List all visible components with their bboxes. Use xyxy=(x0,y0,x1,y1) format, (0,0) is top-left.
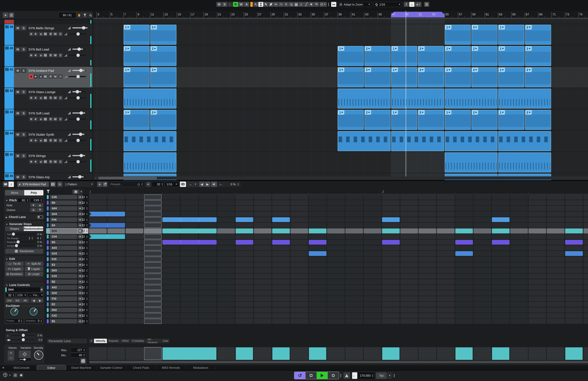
playback-direction-select[interactable]: →▼ xyxy=(187,182,198,187)
step-cell[interactable] xyxy=(473,251,491,256)
pattern-chip[interactable]: 2 xyxy=(151,68,157,72)
step-cell[interactable] xyxy=(309,245,326,251)
step-cell[interactable] xyxy=(455,291,473,296)
step-cell[interactable] xyxy=(510,200,528,205)
step-cell[interactable] xyxy=(327,245,345,251)
step-cell[interactable] xyxy=(583,268,588,273)
record-arm-button[interactable] xyxy=(29,74,33,79)
step-cell[interactable] xyxy=(528,217,546,222)
tab-chordpads[interactable]: Chord Pads xyxy=(126,365,155,370)
step-cell[interactable] xyxy=(364,285,381,290)
lane-step-count[interactable]: 32▲▼ xyxy=(83,251,88,256)
line-tool[interactable]: ╱ xyxy=(304,2,309,7)
step-cell[interactable] xyxy=(400,279,418,284)
step-cell[interactable] xyxy=(254,194,272,200)
rotate-right-button[interactable]: ▶ xyxy=(37,298,43,303)
step-cell[interactable] xyxy=(327,223,345,228)
step-cell[interactable] xyxy=(419,296,436,301)
rotation-knob[interactable] xyxy=(29,308,38,316)
step-cell[interactable] xyxy=(327,256,345,262)
velocity-cell[interactable] xyxy=(437,347,455,360)
step-cell[interactable] xyxy=(345,291,363,296)
velocity-cell[interactable] xyxy=(364,347,381,360)
pattern-chip[interactable]: 1 xyxy=(124,110,130,115)
velocity-bar[interactable] xyxy=(492,347,509,360)
step-cell[interactable] xyxy=(510,296,528,301)
step-cell[interactable] xyxy=(199,274,217,279)
lane-steps-spinner[interactable]: 32▲▼ xyxy=(5,293,15,297)
step-cell[interactable] xyxy=(162,212,180,217)
step-cell[interactable] xyxy=(291,256,308,262)
lane-name[interactable]: C#5 xyxy=(50,195,77,199)
tab-midiremote[interactable]: MIDI Remote xyxy=(156,365,185,370)
step-cell[interactable] xyxy=(419,262,436,267)
step-cell[interactable] xyxy=(583,200,588,205)
step-cell[interactable] xyxy=(235,200,253,205)
pattern-chip[interactable]: 1 xyxy=(445,46,451,51)
step-cell[interactable] xyxy=(107,313,125,318)
step-cell[interactable] xyxy=(419,212,436,217)
lane-name[interactable]: A#4 xyxy=(50,206,77,211)
add-pattern-button[interactable]: + xyxy=(97,182,102,187)
monitor-button[interactable] xyxy=(34,74,38,79)
step-cell[interactable] xyxy=(291,234,308,239)
step-cell[interactable] xyxy=(235,274,253,279)
pulses-knob[interactable] xyxy=(10,308,18,316)
find-track-icon[interactable] xyxy=(88,12,93,18)
step-cell[interactable] xyxy=(528,194,546,200)
pattern-chip[interactable]: 2 xyxy=(365,68,371,72)
step-cell[interactable] xyxy=(364,262,381,267)
midi-clip[interactable]: 1 xyxy=(391,110,417,130)
step-cell[interactable] xyxy=(400,291,418,296)
step-cell[interactable] xyxy=(364,291,381,296)
step-cell[interactable] xyxy=(455,279,473,284)
step-cell[interactable] xyxy=(107,296,125,301)
step-cell[interactable] xyxy=(419,302,436,307)
shift-left-button[interactable]: ◀ xyxy=(199,182,205,187)
presets-menu-icon[interactable] xyxy=(142,183,142,186)
mute-button[interactable]: M xyxy=(15,68,21,73)
preview-speaker-icon[interactable] xyxy=(146,182,151,187)
step-cell[interactable] xyxy=(89,228,107,233)
midi-clip[interactable]: 1 xyxy=(391,67,417,87)
volume-knob[interactable] xyxy=(79,69,83,72)
audition-tool[interactable] xyxy=(309,2,314,7)
step-cell[interactable] xyxy=(89,302,107,307)
color-tool[interactable] xyxy=(250,2,253,7)
step-cell[interactable] xyxy=(272,223,290,228)
step-cell[interactable] xyxy=(235,279,253,284)
midi-clip[interactable] xyxy=(124,152,176,172)
step-cell[interactable] xyxy=(309,279,326,284)
track-row[interactable]: 46MSSYN Glass ArpeRW xyxy=(0,173,93,180)
transport-left-chevron-icon[interactable]: ▼ xyxy=(9,374,11,377)
step-cell[interactable] xyxy=(89,285,107,290)
step-cell[interactable] xyxy=(107,194,125,200)
step-cell[interactable] xyxy=(309,217,326,222)
step-cell[interactable] xyxy=(199,319,217,324)
step-cell[interactable] xyxy=(162,307,180,313)
auto-scroll-button[interactable]: ▼ xyxy=(319,2,327,7)
pattern-chip[interactable]: 2 xyxy=(151,46,157,51)
lane-name[interactable]: G#2 xyxy=(50,291,77,295)
step-cell[interactable] xyxy=(455,319,473,324)
step-cell[interactable] xyxy=(565,285,583,290)
lane-filter-icon[interactable] xyxy=(47,190,50,193)
step-cell[interactable] xyxy=(107,245,125,251)
step-cell[interactable] xyxy=(400,274,418,279)
instrument-button[interactable] xyxy=(43,53,48,57)
step-cell[interactable] xyxy=(254,285,272,290)
step-cell[interactable] xyxy=(528,285,546,290)
monitor-button[interactable] xyxy=(34,117,38,121)
step-cell[interactable] xyxy=(181,200,198,205)
step-cell[interactable] xyxy=(510,274,528,279)
step-cell[interactable] xyxy=(547,234,565,239)
step-cell[interactable] xyxy=(400,223,418,228)
step-cell[interactable] xyxy=(217,291,235,296)
step-note[interactable] xyxy=(382,240,400,245)
split-all-button[interactable]: ✂Split All xyxy=(25,261,43,266)
step-cell[interactable] xyxy=(107,274,125,279)
step-cell[interactable] xyxy=(144,256,162,262)
step-cell[interactable] xyxy=(473,228,491,233)
step-cell[interactable] xyxy=(510,302,528,307)
read-automation-button[interactable]: R xyxy=(49,53,53,57)
